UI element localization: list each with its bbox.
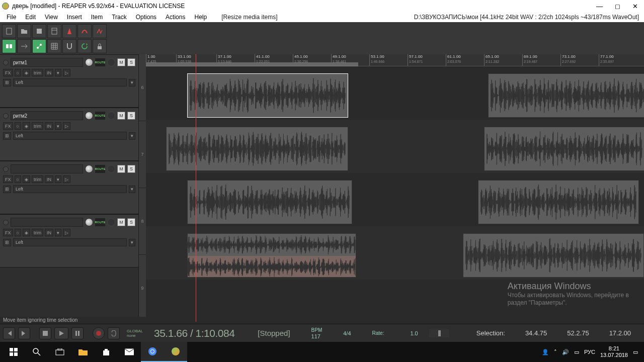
reaper-icon[interactable]	[164, 342, 187, 362]
fx-bypass-button[interactable]: ○	[15, 69, 21, 76]
rate-value[interactable]: 1.0	[410, 330, 418, 336]
trim-button[interactable]: trim	[32, 122, 43, 130]
fx-bypass-button[interactable]: ○	[15, 229, 21, 236]
record-button[interactable]	[93, 327, 105, 339]
recarm-button[interactable]	[3, 166, 9, 172]
env-button[interactable]: ⊞	[3, 132, 11, 140]
media-item[interactable]: [+29.2dB] 08-180712_2342.wav	[187, 73, 348, 118]
recin-dd-icon[interactable]: ▾	[55, 175, 61, 183]
media-item[interactable]: [+32.1dB] 09-180712_2347.wav	[166, 127, 348, 171]
recmon-button[interactable]: ◈	[23, 175, 30, 183]
recfx-button[interactable]: ▷	[63, 229, 70, 236]
trim-button[interactable]: trim	[32, 229, 43, 236]
track-name-input[interactable]: ритм1	[11, 58, 83, 67]
media-item[interactable]: [+26.8dB] 08-180713_0048.wav	[478, 180, 639, 224]
tool-open[interactable]	[17, 24, 31, 38]
recin-dd-icon[interactable]: ▾	[55, 122, 61, 130]
phase-button[interactable]	[107, 165, 115, 173]
repeat-button[interactable]	[108, 327, 120, 339]
stop-button[interactable]	[39, 327, 51, 339]
tool-auto-xfade[interactable]	[77, 24, 92, 38]
route-button[interactable]: ROUTE	[95, 112, 105, 120]
maximize-button[interactable]: ◻	[615, 3, 620, 10]
route-button[interactable]: ROUTE	[95, 218, 105, 226]
recin-dd-icon[interactable]: ▾	[55, 229, 61, 236]
close-button[interactable]: ✕	[632, 3, 638, 10]
trim-button[interactable]: trim	[32, 69, 43, 76]
mail-icon[interactable]	[118, 342, 141, 362]
tray-volume-icon[interactable]: 🔊	[562, 349, 569, 355]
fx-bypass-button[interactable]: ○	[15, 175, 21, 183]
rate-slider[interactable]	[429, 329, 449, 337]
track-name-input[interactable]	[11, 164, 83, 173]
phase-button[interactable]	[107, 218, 115, 226]
menu-actions[interactable]: Actions	[161, 14, 190, 21]
goto-end-button[interactable]	[18, 327, 30, 339]
time-display[interactable]: 35.1.66 / 1:10.084	[154, 327, 234, 339]
fx-button[interactable]: FX	[3, 175, 13, 183]
menu-item[interactable]: Item	[87, 14, 107, 21]
tool-ripple[interactable]	[17, 39, 31, 53]
tool-move-envpoints[interactable]	[32, 39, 46, 53]
fx-button[interactable]: FX	[3, 69, 13, 76]
pan-display[interactable]: Left	[13, 185, 127, 193]
mute-button[interactable]: M	[117, 218, 125, 226]
solo-button[interactable]: S	[127, 218, 135, 226]
recarm-button[interactable]	[3, 60, 9, 65]
track-header[interactable]: ритм1 ROUTE M S FX ○ ◈ trim IN ▾ ▷ ⊞ Lef…	[0, 54, 138, 108]
selection-end[interactable]: 52.2.75	[567, 329, 589, 337]
route-button[interactable]: ROUTE	[95, 58, 105, 66]
pan-dd-icon[interactable]: ▾	[129, 186, 135, 193]
pan-display[interactable]: Left	[13, 78, 127, 86]
volume-knob[interactable]	[85, 112, 93, 120]
media-item[interactable]: [+28.4dB] Take 2/2: 09-180713_0056.wav	[187, 233, 356, 278]
recfx-button[interactable]: ▷	[63, 69, 70, 76]
pause-button[interactable]	[71, 327, 84, 339]
mute-button[interactable]: M	[117, 58, 125, 66]
timesig-value[interactable]: 4/4	[343, 330, 351, 336]
arrange-view[interactable]: 1.007.43533.1.001:05.53837.1.001:13.8464…	[146, 54, 644, 322]
taskview-icon[interactable]	[48, 342, 71, 362]
recarm-button[interactable]	[3, 220, 9, 225]
recin-dd-icon[interactable]: ▾	[55, 69, 61, 76]
recarm-button[interactable]	[3, 113, 9, 119]
track-name-input[interactable]: ритм2	[11, 111, 83, 120]
pan-dd-icon[interactable]: ▾	[129, 132, 135, 140]
tool-group[interactable]	[2, 39, 16, 53]
recmon-button[interactable]: ◈	[23, 229, 30, 236]
track-header[interactable]: ROUTE M S FX ○ ◈ trim IN ▾ ▷ ⊞ Left ▾	[0, 214, 138, 267]
tool-settings[interactable]	[47, 24, 61, 38]
playhead[interactable]	[196, 54, 196, 322]
pan-display[interactable]: Left	[13, 238, 127, 246]
tray-clock[interactable]: 8:2113.07.2018	[600, 345, 628, 358]
start-button[interactable]	[2, 342, 25, 362]
menu-help[interactable]: Help	[190, 14, 211, 21]
route-button[interactable]: ROUTE	[95, 165, 105, 173]
recin-button[interactable]: IN	[45, 229, 53, 236]
menu-view[interactable]: View	[40, 14, 62, 21]
track-header[interactable]: ритм2 ROUTE M S FX ○ ◈ trim IN ▾ ▷ ⊞ Lef…	[0, 108, 138, 161]
recmon-button[interactable]: ◈	[23, 69, 30, 76]
tool-new[interactable]	[2, 24, 16, 38]
env-button[interactable]: ⊞	[3, 186, 11, 193]
minimize-button[interactable]: —	[596, 3, 603, 10]
timeline-ruler[interactable]: 1.007.43533.1.001:05.53837.1.001:13.8464…	[146, 54, 644, 66]
fx-bypass-button[interactable]: ○	[15, 122, 21, 130]
env-button[interactable]: ⊞	[3, 79, 11, 86]
tray-up-icon[interactable]: ˄	[554, 349, 557, 355]
pan-dd-icon[interactable]: ▾	[129, 239, 135, 246]
search-icon[interactable]	[25, 342, 48, 362]
solo-button[interactable]: S	[127, 165, 135, 173]
menu-options[interactable]: Options	[131, 14, 161, 21]
recmon-button[interactable]: ◈	[23, 122, 30, 130]
fx-button[interactable]: FX	[3, 229, 13, 236]
recfx-button[interactable]: ▷	[63, 122, 70, 130]
menu-insert[interactable]: Insert	[62, 14, 87, 21]
bpm-value[interactable]: 117	[311, 333, 323, 339]
env-button[interactable]: ⊞	[3, 239, 11, 246]
explorer-icon[interactable]	[71, 342, 95, 362]
goto-start-button[interactable]	[3, 327, 15, 339]
tool-snap[interactable]	[62, 39, 76, 53]
volume-knob[interactable]	[85, 58, 93, 66]
mute-button[interactable]: M	[117, 165, 125, 173]
